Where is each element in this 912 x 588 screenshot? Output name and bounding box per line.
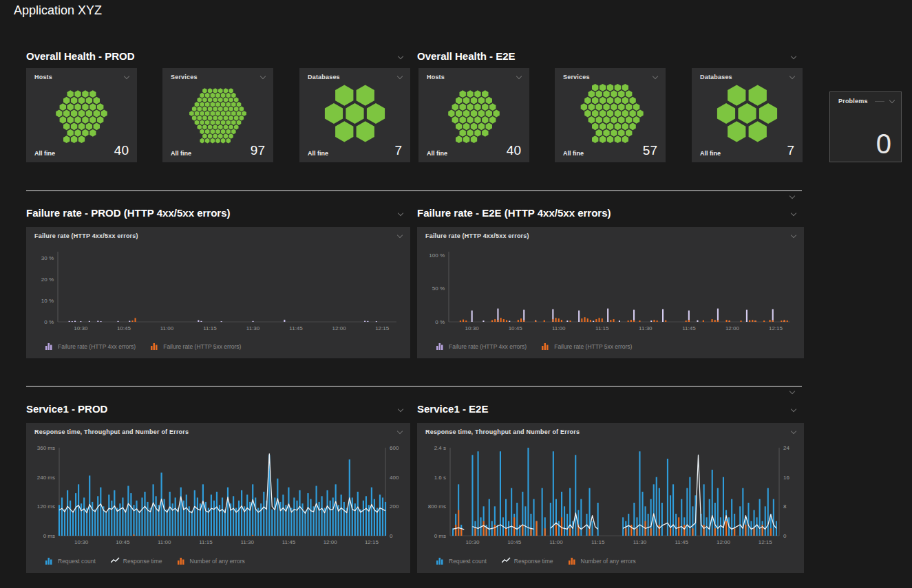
health-tile-services-prod[interactable]: Services All fine97 [162,68,273,162]
svg-text:16: 16 [783,475,789,481]
svg-text:8: 8 [783,503,787,510]
svg-text:12:15: 12:15 [375,325,390,331]
svg-text:0: 0 [783,533,787,539]
svg-text:120 ms: 120 ms [37,503,55,510]
svg-text:0: 0 [390,533,393,539]
legend-item: Request count [45,557,96,565]
svg-text:12:00: 12:00 [324,539,338,545]
chevron-down-icon[interactable] [397,54,404,61]
svg-text:11:15: 11:15 [199,539,213,545]
chevron-down-icon[interactable] [396,232,403,239]
honeycomb-chart [555,83,666,144]
service1-e2e-tile[interactable]: 0 ms800 ms1.6 s2.4 s08162410:3010:4511:0… [417,423,804,573]
chevron-down-icon[interactable] [516,74,522,80]
chevron-down-icon[interactable] [789,389,796,395]
service1-e2e-chart[interactable]: 0 ms800 ms1.6 s2.4 s08162410:3010:4511:0… [417,423,804,573]
chevron-down-icon[interactable] [790,210,797,217]
svg-text:11:30: 11:30 [240,539,254,545]
section-title-health-e2e: Overall Health - E2E [417,50,516,62]
chevron-down-icon[interactable] [652,74,659,80]
chevron-down-icon[interactable] [396,74,403,80]
section-title-health-prod: Overall Health - PROD [26,50,135,62]
svg-text:10:45: 10:45 [116,539,130,545]
svg-text:10:30: 10:30 [465,325,480,331]
svg-text:240 ms: 240 ms [37,475,55,481]
svg-text:11:45: 11:45 [675,539,689,545]
chevron-down-icon[interactable] [789,74,796,80]
tile-title: Response time, Throughput and Number of … [34,428,189,435]
svg-text:360 ms: 360 ms [37,445,55,451]
legend-item: Failure rate (HTTP 5xx errors) [151,342,241,350]
chart-legend: Request countResponse timeNumber of any … [436,557,636,565]
honeycomb-chart [26,83,137,144]
svg-text:800 ms: 800 ms [428,503,446,510]
chevron-down-icon[interactable] [123,74,130,80]
chevron-down-icon[interactable] [790,54,797,61]
chevron-down-icon[interactable] [397,210,404,217]
failure-rate-e2e-tile[interactable]: 0 %50 %100 %10:3010:4511:0011:1511:3011:… [417,227,804,358]
svg-text:200: 200 [390,503,399,510]
chevron-down-icon[interactable] [889,98,895,105]
chevron-down-icon[interactable] [396,428,403,435]
svg-text:20 %: 20 % [41,276,54,283]
chevron-down-icon[interactable] [259,74,266,80]
svg-text:10:45: 10:45 [509,325,523,331]
svg-text:11:15: 11:15 [591,539,605,545]
health-tile-databases-prod[interactable]: Databases All fine7 [299,68,410,162]
svg-text:30 %: 30 % [41,255,54,261]
tile-title: Failure rate (HTTP 4xx/5xx errors) [425,232,529,239]
svg-text:11:15: 11:15 [595,325,609,331]
chevron-down-icon[interactable] [397,406,404,413]
svg-text:400: 400 [390,475,399,481]
svg-text:10:45: 10:45 [507,539,522,545]
failure-rate-prod-chart[interactable]: 0 %10 %20 %30 %10:3010:4511:0011:1511:30… [26,227,410,358]
dashboard: Application XYZ Overall Health - PROD Ov… [0,0,912,588]
chevron-down-icon[interactable] [790,428,797,435]
svg-text:1.6 s: 1.6 s [434,475,446,481]
problems-tile[interactable]: Problems 0 [829,91,902,162]
svg-text:12:15: 12:15 [769,325,783,331]
svg-text:100 %: 100 % [429,252,445,259]
legend-item: Number of any errors [178,557,245,565]
svg-text:24: 24 [783,445,789,451]
svg-text:0 %: 0 % [435,319,445,325]
tile-title: Services [563,74,590,80]
svg-text:11:30: 11:30 [246,325,260,331]
tile-title: Databases [700,74,732,80]
entity-count: 40 [507,144,521,157]
section-divider [26,386,802,386]
chevron-down-icon[interactable] [790,406,797,413]
svg-text:12:00: 12:00 [725,325,740,331]
health-tile-services-e2e[interactable]: Services All fine57 [555,68,666,162]
status-label: All fine [34,150,55,157]
svg-text:11:00: 11:00 [549,539,563,545]
section-title-failure-prod: Failure rate - PROD (HTTP 4xx/5xx errors… [26,207,231,219]
service1-prod-chart[interactable]: 0 ms120 ms240 ms360 ms020040060010:3010:… [26,423,410,573]
health-tile-hosts-e2e[interactable]: Hosts All fine40 [418,68,529,162]
health-tile-hosts-prod[interactable]: Hosts All fine40 [26,68,137,162]
svg-text:10:30: 10:30 [74,539,89,545]
failure-rate-prod-tile[interactable]: 0 %10 %20 %30 %10:3010:4511:0011:1511:30… [26,227,410,358]
legend-item: Response time [111,557,162,565]
tile-title: Problems [838,98,868,105]
legend-item: Failure rate (HTTP 4xx errors) [45,342,136,350]
tile-title: Failure rate (HTTP 4xx/5xx errors) [34,232,138,239]
status-label: All fine [563,150,584,157]
entity-count: 40 [114,144,129,157]
chart-legend: Failure rate (HTTP 4xx errors)Failure ra… [45,342,241,350]
entity-count: 7 [394,144,402,157]
svg-text:10:30: 10:30 [74,325,88,331]
service1-prod-tile[interactable]: 0 ms120 ms240 ms360 ms020040060010:3010:… [26,423,410,573]
failure-rate-e2e-chart[interactable]: 0 %50 %100 %10:3010:4511:0011:1511:3011:… [417,227,804,358]
tile-title: Hosts [427,74,445,80]
chart-legend: Request countResponse timeNumber of any … [45,557,245,565]
chevron-down-icon[interactable] [790,232,797,239]
legend-item: Number of any errors [569,557,636,565]
chevron-down-icon[interactable] [789,193,796,200]
svg-text:10:45: 10:45 [117,325,131,331]
health-tile-databases-e2e[interactable]: Databases All fine7 [692,68,803,162]
svg-text:11:00: 11:00 [552,325,566,331]
svg-text:11:00: 11:00 [158,539,171,545]
section-title-service-e2e: Service1 - E2E [417,403,488,415]
svg-text:11:45: 11:45 [682,325,696,331]
